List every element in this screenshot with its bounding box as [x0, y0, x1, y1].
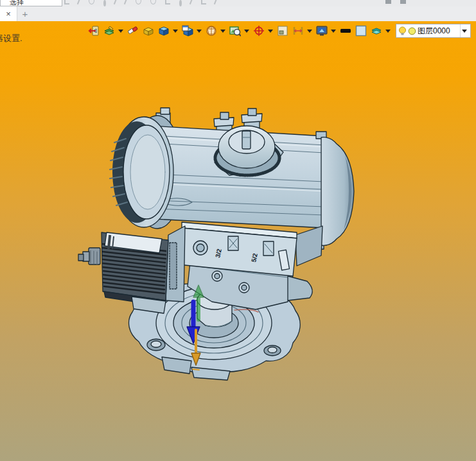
plus-icon: +	[22, 8, 28, 19]
pan-icon[interactable]	[64, 0, 69, 4]
app-window: 选择 × + 器设置.	[0, 0, 476, 461]
zoom-image-icon[interactable]	[229, 25, 241, 37]
view-toolbar	[88, 23, 391, 39]
redo-icon[interactable]	[136, 0, 141, 4]
wireframe-sphere-dropdown-icon[interactable]	[220, 30, 225, 33]
layer-visibility-icon[interactable]	[371, 25, 382, 37]
layer-settings-dropdown-icon[interactable]	[118, 30, 123, 33]
measure-icon[interactable]	[292, 25, 304, 37]
color-swatch-icon[interactable]	[355, 25, 367, 37]
close-icon: ×	[6, 9, 11, 19]
viewport[interactable]: 器设置.	[0, 21, 476, 461]
window-select-icon[interactable]	[277, 25, 288, 37]
isometric-box-icon[interactable]	[143, 25, 154, 37]
render-scene-dropdown-icon[interactable]	[331, 30, 336, 33]
orientation-target-icon[interactable]	[253, 25, 265, 37]
rotate-icon[interactable]	[77, 0, 81, 4]
line2-icon[interactable]	[124, 0, 128, 4]
layer-color-icon	[408, 27, 416, 35]
help-icon[interactable]	[165, 0, 170, 4]
layer-combo-value: 图层0000	[418, 26, 459, 37]
selection-mode-value: 选择	[1, 0, 62, 6]
new-tab-button[interactable]: +	[19, 6, 31, 21]
exit-icon[interactable]	[88, 25, 100, 37]
bars-icon[interactable]	[201, 0, 206, 4]
line3-icon[interactable]	[190, 0, 193, 4]
orientation-target-dropdown-icon[interactable]	[268, 30, 273, 33]
quick-tool-a-icon[interactable]	[385, 0, 391, 4]
layer-visibility-dropdown-icon[interactable]	[385, 30, 391, 33]
undo-icon[interactable]	[89, 0, 94, 4]
layer-settings-icon[interactable]	[103, 25, 115, 37]
measure-dropdown-icon[interactable]	[307, 30, 312, 33]
wireframe-sphere-icon[interactable]	[206, 25, 217, 37]
shaded-cube-icon[interactable]	[158, 25, 170, 37]
eraser-icon[interactable]	[127, 25, 139, 37]
dot2-icon[interactable]	[179, 0, 182, 6]
quick-tool-b-icon[interactable]	[400, 0, 406, 4]
dot-icon[interactable]	[103, 0, 106, 6]
line-icon[interactable]	[114, 0, 118, 4]
display-window-icon[interactable]	[182, 25, 193, 37]
render-scene-icon[interactable]	[316, 25, 328, 37]
line4-icon[interactable]	[214, 0, 218, 4]
display-window-dropdown-icon[interactable]	[197, 30, 202, 33]
zoom-image-dropdown-icon[interactable]	[244, 30, 249, 33]
circle-icon[interactable]	[150, 0, 156, 4]
bulb-icon	[398, 26, 407, 36]
tab-bar: × +	[0, 6, 476, 21]
layer-combo[interactable]: 图层0000	[396, 24, 471, 38]
line-width-icon[interactable]	[340, 25, 351, 37]
quick-toolbar-icons	[64, 0, 216, 6]
document-tab-close[interactable]: ×	[0, 6, 17, 21]
selection-mode-combo[interactable]: 选择	[0, 0, 62, 6]
quick-access-bar: 选择	[0, 0, 476, 6]
shaded-cube-dropdown-icon[interactable]	[173, 30, 178, 33]
layer-combo-caret[interactable]	[460, 24, 469, 37]
status-overlay-text: 器设置.	[0, 33, 22, 44]
